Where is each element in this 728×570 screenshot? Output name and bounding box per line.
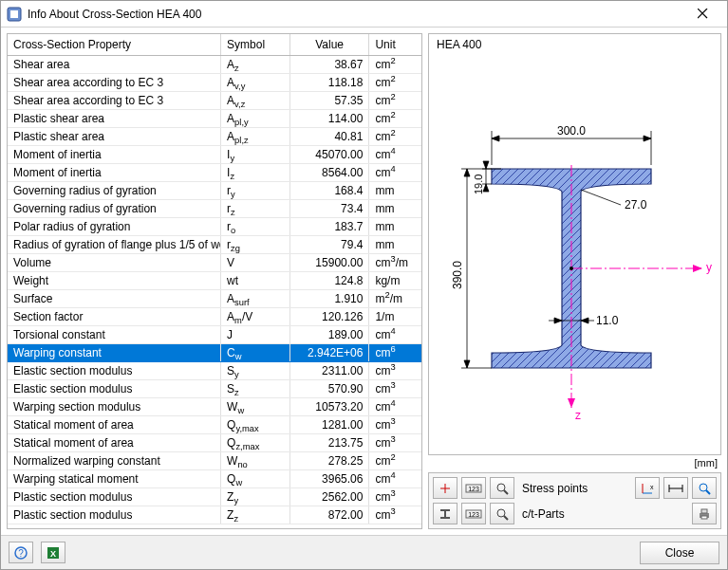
svg-point-42	[700, 484, 707, 491]
diagram-box[interactable]: HEA 400	[428, 33, 721, 455]
tool-search[interactable]	[692, 477, 717, 499]
dim-height: 390.0	[451, 261, 464, 289]
tool-dimensions[interactable]	[663, 477, 688, 499]
table-row[interactable]: Polar radius of gyrationro183.7mm	[8, 217, 421, 235]
svg-text:?: ?	[18, 548, 24, 559]
close-button[interactable]: Close	[640, 542, 719, 564]
tool-principal-axes[interactable]	[433, 477, 457, 499]
svg-text:X: X	[50, 549, 56, 559]
diagram-title: HEA 400	[437, 38, 481, 51]
content: Cross-Section Property Symbol Value Unit…	[1, 28, 727, 535]
z-axis-label: z	[575, 409, 581, 422]
table-row[interactable]: Shear area according to EC 3Av,y118.18cm…	[8, 73, 421, 91]
table-row[interactable]: Radius of gyration of flange plus 1/5 of…	[8, 235, 421, 253]
window-title: Info About Cross-Section HEA 400	[28, 8, 683, 21]
svg-line-35	[504, 490, 508, 494]
table-row[interactable]: Governing radius of gyrationrz73.4mm	[8, 199, 421, 217]
property-table-wrap[interactable]: Cross-Section Property Symbol Value Unit…	[7, 33, 422, 529]
svg-marker-14	[483, 161, 489, 169]
property-table: Cross-Section Property Symbol Value Unit…	[8, 34, 421, 524]
table-row[interactable]: Plastic shear areaApl,z40.81cm2	[8, 127, 421, 145]
table-row[interactable]: Shear area according to EC 3Av,z57.35cm2	[8, 91, 421, 109]
svg-marker-21	[464, 360, 470, 368]
svg-marker-20	[464, 169, 470, 176]
help-button[interactable]: ?	[9, 542, 33, 563]
ct-parts-label: c/t-Parts	[522, 507, 604, 521]
svg-point-29	[569, 267, 573, 270]
table-row[interactable]: Plastic section modulusZz872.00cm3	[8, 506, 421, 524]
table-row[interactable]: VolumeV15900.00cm3/m	[8, 253, 421, 271]
table-row[interactable]: Plastic shear areaApl,y114.00cm2	[8, 109, 421, 127]
tool-values-2[interactable]: 123	[461, 503, 486, 524]
col-header-symbol[interactable]: Symbol	[221, 34, 290, 55]
window: Info About Cross-Section HEA 400 Cross-S…	[0, 0, 728, 570]
unit-legend: [mm]	[428, 455, 721, 469]
dim-width: 300.0	[556, 124, 585, 138]
svg-line-47	[504, 516, 508, 520]
svg-marker-23	[554, 318, 562, 323]
footer: ? X Close	[1, 535, 727, 569]
table-row[interactable]: Statical moment of areaQy,max1281.00cm3	[8, 415, 421, 433]
table-row[interactable]: Elastic section modulusSz570.90cm3	[8, 379, 421, 397]
tool-ibeam[interactable]	[433, 503, 457, 524]
table-row[interactable]: Warping section modulusWw10573.20cm4	[8, 397, 421, 415]
stress-points-label: Stress points	[522, 482, 631, 495]
table-row[interactable]: Warping statical momentQw3965.06cm4	[8, 469, 421, 487]
col-header-property[interactable]: Cross-Section Property	[8, 34, 221, 55]
table-row[interactable]: Weightwt124.8kg/m	[8, 271, 421, 289]
right-pane: HEA 400	[428, 33, 721, 529]
table-row[interactable]: Governing radius of gyrationry168.4mm	[8, 181, 421, 199]
tool-zoom-stress[interactable]	[490, 477, 514, 499]
export-excel-button[interactable]: X	[41, 542, 65, 563]
svg-marker-10	[644, 136, 651, 141]
table-row[interactable]: Plastic section modulusZy2562.00cm3	[8, 487, 421, 506]
svg-text:123: 123	[468, 486, 479, 492]
col-header-unit[interactable]: Unit	[369, 34, 421, 55]
diagram-toolbox: 123 Stress points x 123 c/t-Parts	[428, 472, 721, 529]
window-close-button[interactable]	[683, 2, 721, 27]
dim-web-t: 11.0	[596, 314, 619, 327]
svg-line-16	[581, 190, 621, 205]
svg-marker-24	[581, 318, 588, 323]
table-row[interactable]: Normalized warping constantWno278.25cm2	[8, 451, 421, 469]
table-row[interactable]: Statical moment of areaQz,max213.75cm3	[8, 433, 421, 451]
table-row[interactable]: Elastic section modulusSy2311.00cm3	[8, 361, 421, 379]
svg-point-46	[497, 509, 505, 517]
svg-text:123: 123	[468, 511, 479, 518]
tool-xy-axes[interactable]: x	[635, 477, 660, 499]
svg-rect-49	[701, 509, 707, 513]
svg-marker-28	[568, 398, 575, 408]
tool-zoom-ct[interactable]	[490, 503, 514, 524]
app-icon	[7, 7, 22, 22]
svg-rect-50	[701, 516, 707, 519]
table-row[interactable]: Moment of inertiaIy45070.00cm4	[8, 145, 421, 163]
tool-print[interactable]	[692, 503, 717, 524]
cross-section-svg: 300.0 19.0 27.	[439, 66, 712, 427]
svg-text:x: x	[650, 484, 654, 490]
svg-rect-1	[10, 10, 18, 18]
svg-line-43	[706, 490, 710, 494]
dim-flange-t: 19.0	[473, 175, 484, 194]
left-pane: Cross-Section Property Symbol Value Unit…	[7, 33, 422, 529]
svg-marker-9	[492, 136, 499, 141]
table-row[interactable]: SurfaceAsurf1.910m2/m	[8, 289, 421, 307]
y-axis-label: y	[706, 261, 712, 274]
tool-values[interactable]: 123	[461, 477, 486, 499]
table-row[interactable]: Torsional constantJ189.00cm4	[8, 325, 421, 343]
table-row[interactable]: Section factorAm/V120.1261/m	[8, 307, 421, 325]
table-row[interactable]: Shear areaAz38.67cm2	[8, 55, 421, 73]
table-row[interactable]: Moment of inertiaIz8564.00cm4	[8, 163, 421, 181]
svg-point-34	[497, 484, 505, 491]
table-row[interactable]: Warping constantCw2.942E+06cm6	[8, 343, 421, 361]
table-header: Cross-Section Property Symbol Value Unit	[8, 34, 421, 55]
titlebar: Info About Cross-Section HEA 400	[1, 1, 727, 28]
dim-fillet: 27.0	[625, 198, 647, 211]
svg-marker-26	[693, 265, 702, 272]
col-header-value[interactable]: Value	[289, 34, 369, 55]
